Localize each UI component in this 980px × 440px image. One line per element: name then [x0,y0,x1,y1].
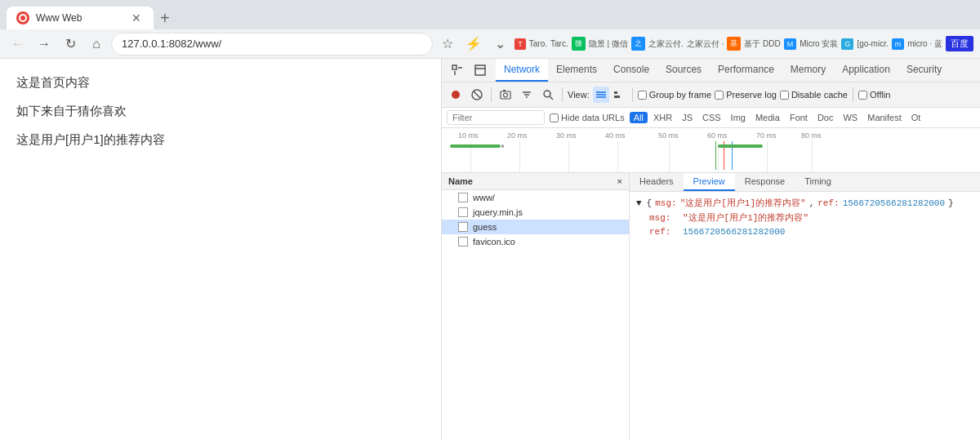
clear-button[interactable] [468,86,486,104]
filter-js[interactable]: JS [678,112,697,123]
json-ref-key: ref: [649,225,670,240]
tab-memory[interactable]: Memory [782,59,834,82]
filter-input[interactable] [447,110,545,125]
file-item-favicon[interactable]: favicon.ico [442,234,629,249]
tab-network[interactable]: Network [496,59,548,82]
bookmark-button[interactable]: ☆ [436,33,459,56]
tick-60ms: 60 ms [707,131,728,140]
baidu-button[interactable]: 百度 [946,36,973,51]
toolbar-divider-4 [853,87,853,102]
tab-close-button[interactable]: ✕ [129,11,144,25]
tab-application[interactable]: Application [834,59,898,82]
group-by-frame-checkbox[interactable]: Group by frame [638,90,711,100]
file-icon-guess [458,222,468,232]
hide-data-urls-checkbox[interactable]: Hide data URLs [550,113,625,122]
tab-headers[interactable]: Headers [630,173,684,191]
filter-doc[interactable]: Doc [813,112,838,123]
preserve-log-input[interactable] [715,91,724,100]
bookmark-ddd[interactable]: 基 [727,37,741,51]
filter-media[interactable]: Media [751,112,784,123]
json-msg-key-inline: msg: [655,197,676,211]
filter-css[interactable]: CSS [698,112,725,123]
tab-performance[interactable]: Performance [710,59,782,82]
tick-20ms: 20 ms [507,131,528,140]
json-toggle[interactable]: ▼ [636,197,642,211]
filter-bar: Hide data URLs All XHR JS CSS Img Media … [442,108,980,128]
devtools-panel: Network Elements Console Sources Perform… [441,59,980,440]
bookmark-taro[interactable]: T [514,38,526,50]
tab-preview[interactable]: Preview [684,173,735,191]
forward-button[interactable]: → [33,33,56,56]
tab-console[interactable]: Console [605,59,657,82]
json-root-line: ▼ { msg: "这是用户[用户1]的推荐内容" , ref: 1566720… [636,197,973,211]
bookmark-label-3: 隐景 | 微信 [589,38,628,50]
home-button[interactable]: ⌂ [85,33,108,56]
disable-cache-input[interactable] [780,91,789,100]
account-button[interactable]: ⌄ [488,33,511,56]
view-waterfall-button[interactable] [611,87,627,103]
filter-ws[interactable]: WS [839,112,862,123]
network-toolbar: View: Group by frame Preserve log [442,82,980,108]
marker-green [715,141,716,170]
file-item-www[interactable]: www/ [442,190,629,205]
bookmark-label-6: 基于 DDD [744,38,780,50]
tab-security[interactable]: Security [898,59,950,82]
filter-other[interactable]: Ot [907,112,925,123]
svg-rect-10 [503,90,506,91]
file-list: Name × www/ jquery.min.js guess [442,173,630,440]
filter-img[interactable]: Img [727,112,750,123]
bookmark-micro2[interactable]: m [892,38,905,50]
refresh-button[interactable]: ↻ [59,33,82,56]
filter-icon-button[interactable] [518,86,536,104]
record-button[interactable] [447,86,465,104]
filter-font[interactable]: Font [786,112,812,123]
network-main: Name × www/ jquery.min.js guess [442,173,980,440]
inspect-icon-button[interactable] [447,60,468,81]
bookmark-go[interactable]: G [841,38,853,50]
svg-rect-3 [475,65,485,75]
dock-icon-button[interactable] [470,60,491,81]
toolbar-divider-2 [562,87,563,102]
extensions-button[interactable]: ⚡ [462,33,485,56]
file-icon-favicon [458,237,468,247]
tab-response[interactable]: Response [735,173,795,191]
tab-timing[interactable]: Timing [795,173,841,191]
tab-title: Www Web [36,12,122,24]
filter-manifest[interactable]: Manifest [863,112,906,123]
screenshot-button[interactable] [497,86,514,104]
bookmark-label-2: Tarc. [550,39,568,48]
file-item-jquery[interactable]: jquery.min.js [442,205,629,220]
group-by-frame-input[interactable] [638,91,647,100]
tab-elements[interactable]: Elements [548,59,605,82]
file-item-guess[interactable]: guess [442,220,629,234]
timeline-bar-right [718,144,763,148]
tab-sources[interactable]: Sources [657,59,710,82]
timeline-bar-2 [501,144,504,148]
back-button[interactable]: ← [7,33,29,56]
browser-tab[interactable]: Www Web ✕ [7,7,154,29]
new-tab-button[interactable]: + [154,7,176,29]
json-ref-line: ref: 1566720566281282000 [649,225,973,240]
preserve-log-checkbox[interactable]: Preserve log [715,90,777,100]
filter-all[interactable]: All [630,112,648,123]
file-name-www: www/ [473,193,495,202]
tick-80ms: 80 ms [801,131,822,140]
view-label: View: [568,90,590,100]
bookmark-zhijia[interactable]: 之 [631,37,645,51]
disable-cache-checkbox[interactable]: Disable cache [780,90,848,100]
offline-checkbox[interactable]: Offlin [858,90,890,100]
view-list-button[interactable] [593,87,609,103]
file-list-close-header[interactable]: × [617,176,622,186]
svg-rect-20 [614,96,620,98]
hide-data-urls-input[interactable] [550,113,559,122]
bookmark-wechat[interactable]: 微 [572,37,586,51]
filter-xhr[interactable]: XHR [649,112,676,123]
json-msg-key: msg: [649,211,670,226]
bookmark-label-7: Micro 安装 [800,38,838,50]
bookmark-micro[interactable]: M [784,38,797,50]
offline-input[interactable] [858,91,867,100]
search-icon-button[interactable] [539,86,557,104]
page-line-3: 这是用户[用户1]的推荐内容 [16,132,425,148]
address-bar[interactable]: 127.0.0.1:8082/www/ [111,33,433,56]
view-icons [593,87,627,103]
